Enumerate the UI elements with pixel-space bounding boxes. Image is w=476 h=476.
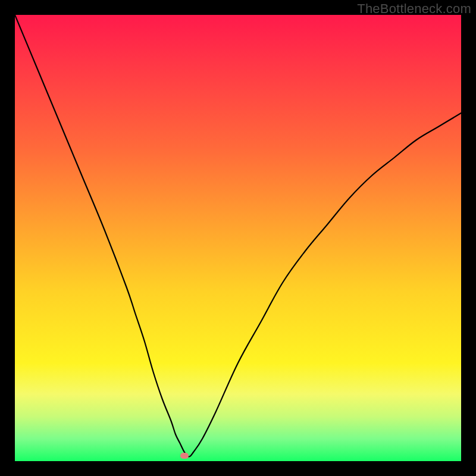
optimum-marker (180, 453, 189, 459)
bottleneck-curve (15, 15, 461, 461)
watermark-text: TheBottleneck.com (357, 1, 471, 17)
chart-frame (15, 15, 461, 461)
